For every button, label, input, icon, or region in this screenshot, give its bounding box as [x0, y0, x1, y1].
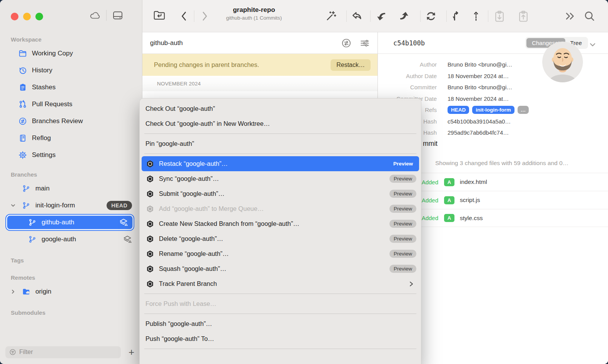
more-icon[interactable] [564, 12, 576, 21]
sidebar-item-stashes[interactable]: Stashes [0, 79, 142, 96]
sidebar-remote-origin[interactable]: origin [0, 283, 142, 300]
cloud-icon[interactable] [89, 10, 101, 20]
menu-item-track-parent-branch[interactable]: Track Parent Branch [140, 276, 421, 291]
branch-icon[interactable] [450, 10, 462, 22]
stack-warning-icon [123, 235, 132, 244]
commit-message: mmit [423, 140, 438, 148]
zoom-window-button[interactable] [35, 13, 43, 20]
menu-item-push-to[interactable]: Push “google-auth” To… [140, 331, 421, 346]
sidebar-item-settings[interactable]: Settings [0, 147, 142, 164]
ref-badge-init-login-form[interactable]: init-login-form [472, 106, 514, 114]
drive-icon[interactable] [112, 10, 124, 21]
menu-item-force-push-lease[interactable]: Force Push with Lease… [140, 296, 421, 311]
sidebar-item-label: Reflog [32, 134, 132, 142]
submodules-section-header: Submodules [0, 300, 142, 318]
stash-icon[interactable] [493, 10, 506, 23]
toolbar-separator [194, 10, 194, 22]
toolbar: graphite-repo github-auth (1 Commits) [142, 0, 608, 32]
back-icon[interactable] [180, 10, 188, 22]
ref-badge-head[interactable]: HEAD [448, 106, 469, 114]
menu-item-restack[interactable]: Restack “google-auth”… Preview [142, 156, 419, 171]
graphite-icon [145, 249, 155, 259]
detail-row-committer: Committer Bruno Brito <bruno@gi… [378, 82, 608, 93]
app-root: Workspace Working Copy History Stashes P… [0, 0, 608, 364]
workspace-folder-icon[interactable] [153, 9, 166, 22]
preview-badge: Preview [389, 235, 416, 243]
menu-item-checkout-worktree[interactable]: Check Out “google-auth” in New Worktree… [140, 116, 421, 131]
sidebar-item-history[interactable]: History [0, 62, 142, 79]
avatar [542, 42, 583, 82]
stash-pop-icon[interactable] [517, 10, 529, 23]
git-branch-icon [22, 185, 31, 192]
menu-separator [144, 294, 416, 294]
sidebar-item-reflog[interactable]: Reflog [0, 130, 142, 147]
menu-item-create-stacked-branch[interactable]: Create New Stacked Branch from “google-a… [140, 216, 421, 231]
toolbar-separator [370, 10, 371, 22]
sidebar-scroll: Workspace Working Copy History Stashes P… [0, 31, 142, 339]
push-icon[interactable] [398, 10, 411, 22]
sidebar-item-branches-review[interactable]: Branches Review [0, 113, 142, 130]
head-badge: HEAD [107, 201, 132, 210]
preview-badge: Preview [389, 190, 416, 198]
sidebar-branch-main[interactable]: main [0, 180, 142, 197]
sliders-icon[interactable] [360, 38, 370, 48]
quick-launch-wand-icon[interactable] [325, 10, 337, 22]
sidebar-branch-github-auth-selected[interactable]: github-auth [6, 215, 134, 230]
menu-item-checkout[interactable]: Check Out “google-auth” [140, 101, 421, 116]
sidebar-item-working-copy[interactable]: Working Copy [0, 45, 142, 62]
menu-item-add-merge-queue[interactable]: Add “google-auth” to Merge Queue… Previe… [140, 201, 421, 216]
graphite-icon [145, 174, 155, 184]
added-badge: A [444, 214, 454, 222]
fetch-icon[interactable] [425, 10, 437, 22]
remotes-section-header: Remotes [0, 266, 142, 283]
banner-message: Pending changes in parent branches. [154, 61, 331, 68]
menu-item-delete[interactable]: Delete “google-auth”… Preview [140, 231, 421, 246]
collapse-details-chevron-icon[interactable] [589, 41, 596, 48]
menu-item-pin[interactable]: Pin “google-auth” [140, 136, 421, 151]
branch-label: init-login-form [35, 202, 102, 209]
branches-review-icon [18, 117, 27, 125]
graphite-icon [145, 219, 155, 229]
pull-icon[interactable] [375, 10, 387, 22]
commit-icon[interactable] [470, 10, 482, 22]
sidebar-branch-google-auth[interactable]: google-auth [0, 231, 142, 248]
chevron-down-icon[interactable] [9, 203, 17, 208]
search-icon[interactable] [583, 10, 596, 22]
menu-item-sync[interactable]: Sync “google-auth”… Preview [140, 171, 421, 186]
graphite-icon [145, 234, 155, 244]
remote-label: origin [35, 288, 132, 296]
restack-button[interactable]: Restack… [331, 59, 371, 71]
ref-badge-more[interactable]: … [518, 106, 529, 114]
menu-item-submit[interactable]: Submit “google-auth”… Preview [140, 186, 421, 201]
folder-icon [18, 49, 27, 58]
chevron-right-icon[interactable] [9, 289, 17, 294]
graphite-icon [145, 159, 155, 169]
minimize-window-button[interactable] [23, 13, 31, 20]
toolbar-separator [420, 10, 421, 22]
commit-short-hash: c54b100b [393, 39, 425, 47]
toolbar-title-block: graphite-repo github-auth (1 Commits) [208, 6, 300, 21]
compare-circle-icon[interactable] [341, 38, 351, 48]
toolbar-separator [488, 10, 488, 22]
sidebar-item-pull-requests[interactable]: Pull Requests [0, 96, 142, 113]
traffic-lights [11, 13, 43, 20]
filter-placeholder: Filter [19, 349, 33, 356]
add-repo-button[interactable]: + [129, 347, 134, 357]
menu-separator [144, 134, 416, 134]
close-window-button[interactable] [11, 13, 18, 20]
filter-input[interactable]: Filter [5, 346, 121, 358]
git-branch-icon [28, 235, 37, 243]
sidebar-item-label: Pull Requests [32, 100, 132, 108]
branch-context-menu: Check Out “google-auth” Check Out “googl… [139, 98, 421, 364]
sidebar: Workspace Working Copy History Stashes P… [0, 0, 142, 364]
graphite-icon [145, 204, 155, 214]
menu-item-squash[interactable]: Squash “google-auth”… Preview [140, 261, 421, 276]
undo-icon[interactable] [351, 10, 363, 22]
menu-item-rename[interactable]: Rename “google-auth”… Preview [140, 246, 421, 261]
sidebar-branch-init-login-form[interactable]: init-login-form HEAD [0, 197, 142, 214]
graphite-icon [145, 189, 155, 199]
files-summary: Showing 3 changed files with 59 addition… [435, 160, 568, 167]
file-name: script.js [460, 197, 480, 204]
menu-item-publish[interactable]: Publish “google-auth”… [140, 316, 421, 331]
toolbar-separator [446, 10, 447, 22]
